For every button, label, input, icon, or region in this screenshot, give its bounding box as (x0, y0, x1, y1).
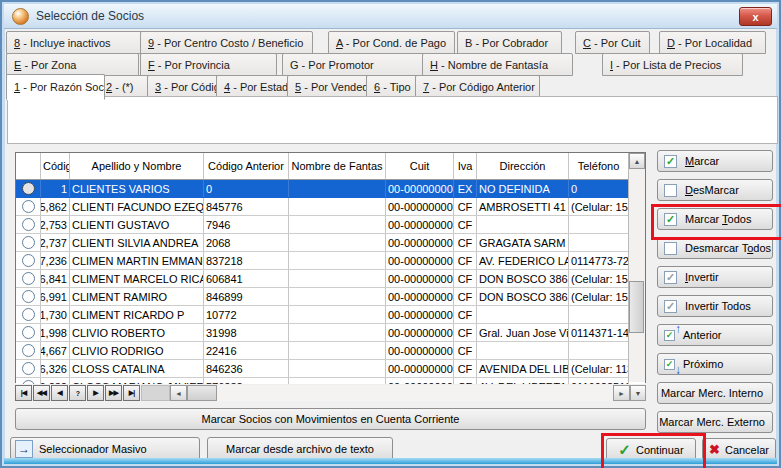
scroll-left-icon[interactable]: ◄ (170, 385, 187, 401)
proximo-button[interactable]: ✓↓ Próximo (657, 353, 773, 375)
row-select-cell[interactable] (16, 288, 41, 305)
vertical-scrollbar[interactable]: ▲ (628, 153, 645, 382)
cell-cuit: 00-00000000-0 (386, 288, 454, 305)
table-row[interactable]: 45,862CLIENTI FACUNDO EZEQU84577600-0000… (16, 198, 645, 216)
cell-iva: CF (454, 252, 477, 269)
tab-por-vendedor[interactable]: 5 - Por Vendedor (287, 75, 374, 98)
horizontal-scroll-thumb[interactable] (187, 385, 217, 401)
tab-por-razon-social[interactable]: 1 - Por Razón Social (6, 74, 105, 100)
row-select-cell[interactable] (16, 234, 41, 251)
cell-fantasia (289, 252, 386, 269)
cell-apellido: CLIMEN MARTIN EMMANU (70, 252, 204, 269)
desmarcar-button[interactable]: DesMarcar (657, 179, 773, 201)
cell-direccion (477, 306, 569, 323)
table-row[interactable]: 31,998CLIVIO ROBERTO3199800-00000000-0CF… (16, 324, 645, 342)
cell-apellido: CLOSS CATALINA (70, 360, 204, 377)
cell-apellido: CLIMENT RICARDO P (70, 306, 204, 323)
tab-por-cobrador[interactable]: B - Por Cobrador (457, 31, 562, 54)
cell-anterior: 7946 (204, 216, 289, 233)
table-row[interactable]: 46,991CLIMENT RAMIRO84689900-00000000-0C… (16, 288, 645, 306)
cell-anterior: 837218 (204, 252, 289, 269)
tab-por-codigo[interactable]: 3 - Por Código (147, 75, 225, 98)
tab-incluye-inactivos[interactable]: 8 - Incluye inactivos (6, 31, 145, 54)
row-select-cell[interactable] (16, 216, 41, 233)
marcar-button[interactable]: ✓ Marcar (657, 150, 773, 172)
table-row[interactable]: 62,737CLIENTI SILVIA ANDREA206800-000000… (16, 234, 645, 252)
scroll-right-icon[interactable]: ► (613, 385, 630, 401)
anterior-button[interactable]: ✓↑ Anterior (657, 324, 773, 346)
radio-icon (22, 200, 35, 213)
checkbox-gray-check-icon: ✓ (664, 271, 677, 284)
cell-apellido: CLIVIO ROBERTO (70, 324, 204, 341)
nav-first-button[interactable]: |◀ (15, 385, 32, 401)
row-select-cell[interactable] (16, 360, 41, 377)
table-row[interactable]: 1CLIENTES VARIOS000-00000000-0EXNO DEFIN… (16, 180, 645, 198)
cell-codigo: 1 (41, 180, 70, 197)
cell-telefono: 0 (569, 180, 629, 197)
tab-por-localidad[interactable]: D - Por Localidad (659, 31, 766, 54)
cell-direccion: AVENIDA DEL LIB (477, 360, 569, 377)
tab-nombre-fantasia[interactable]: H - Nombre de Fantasía (422, 53, 573, 76)
cell-telefono: 0114371-14 (569, 324, 629, 341)
cell-direccion: AV. FEDERICO LA (477, 252, 569, 269)
nav-fast-prev-button[interactable]: ◀◀ (33, 385, 50, 401)
cell-fantasia (289, 198, 386, 215)
cell-fantasia (289, 288, 386, 305)
cell-cuit: 00-00000000-0 (386, 342, 454, 359)
marcar-merc-interno-button[interactable]: Marcar Merc. Interno (657, 382, 773, 404)
vertical-scroll-thumb[interactable] (629, 281, 644, 333)
scroll-down-icon[interactable]: ▼ (630, 385, 646, 401)
cell-cuit: 00-00000000-0 (386, 198, 454, 215)
radio-icon (22, 308, 35, 321)
cell-iva: CF (454, 306, 477, 323)
cell-direccion: AMBROSETTI 41 (477, 198, 569, 215)
cell-telefono (569, 342, 629, 359)
tab-por-zona[interactable]: E - Por Zona (6, 53, 139, 76)
tab-por-promotor[interactable]: G - Por Promotor (282, 53, 429, 76)
cell-anterior: 22416 (204, 342, 289, 359)
close-icon[interactable]: x (739, 7, 772, 26)
row-select-cell[interactable] (16, 180, 41, 197)
table-row[interactable]: 06,841CLIMENT MARCELO RICA60684100-00000… (16, 270, 645, 288)
row-select-cell[interactable] (16, 324, 41, 341)
tab-por-centro-costo[interactable]: 9 - Por Centro Costo / Beneficio (140, 31, 313, 54)
nav-last-button[interactable]: ▶| (123, 385, 140, 401)
radio-icon (22, 218, 35, 231)
invertir-todos-button[interactable]: ✓ Invertir Todos (657, 295, 773, 317)
nav-fast-next-button[interactable]: ▶▶ (105, 385, 122, 401)
desmarcar-todos-button[interactable]: Desmarcar Todos (657, 237, 773, 259)
nav-help-button[interactable]: ? (69, 385, 86, 401)
nav-next-button[interactable]: ▶ (87, 385, 104, 401)
tab-por-cuit[interactable]: C - Por Cuit (575, 31, 650, 54)
checkbox-up-arrow-icon: ✓↑ (664, 330, 675, 341)
cell-codigo: 62,737 (41, 234, 70, 251)
row-select-cell[interactable] (16, 342, 41, 359)
table-row[interactable]: 37,236CLIMEN MARTIN EMMANU83721800-00000… (16, 252, 645, 270)
row-select-cell[interactable] (16, 270, 41, 287)
cell-cuit: 00-00000000-0 (386, 360, 454, 377)
row-select-cell[interactable] (16, 252, 41, 269)
table-row[interactable]: 46,326CLOSS CATALINA84623600-00000000-0C… (16, 360, 645, 378)
cell-direccion: DON BOSCO 386 (477, 270, 569, 287)
tab-por-cond-pago[interactable]: A - Por Cond. de Pago (328, 31, 455, 54)
invertir-button[interactable]: ✓ Invertir (657, 266, 773, 288)
table-row[interactable]: 72,753CLIENTI GUSTAVO794600-00000000-0CF (16, 216, 645, 234)
cell-direccion (477, 342, 569, 359)
marcar-merc-externo-button[interactable]: Marcar Merc. Externo (657, 411, 773, 433)
scroll-up-icon[interactable]: ▲ (629, 153, 645, 169)
marcar-movimientos-button[interactable]: Marcar Socios con Movimientos en Cuenta … (15, 408, 646, 430)
grid-body: 1CLIENTES VARIOS000-00000000-0EXNO DEFIN… (16, 180, 645, 396)
table-row[interactable]: 64,667CLIVIO RODRIGO2241600-00000000-0CF (16, 342, 645, 360)
tab-por-estado[interactable]: 4 - Por Estado (216, 75, 295, 98)
table-row[interactable]: 51,730CLIMENT RICARDO P1077200-00000000-… (16, 306, 645, 324)
tab-por-provincia[interactable]: F - Por Provincia (140, 53, 277, 76)
row-select-cell[interactable] (16, 198, 41, 215)
cell-fantasia (289, 324, 386, 341)
horizontal-scrollbar[interactable]: ◄ ► (170, 385, 630, 401)
grid-header-row: CódigoApellido y NombreCódigo AnteriorNo… (16, 153, 645, 180)
tab-por-codigo-anterior[interactable]: 7 - Por Código Anterior (415, 75, 540, 98)
row-select-cell[interactable] (16, 306, 41, 323)
nav-prev-button[interactable]: ◀ (51, 385, 68, 401)
radio-icon (22, 344, 35, 357)
tab-por-lista-precios[interactable]: I - Por Lista de Precios (602, 53, 743, 76)
